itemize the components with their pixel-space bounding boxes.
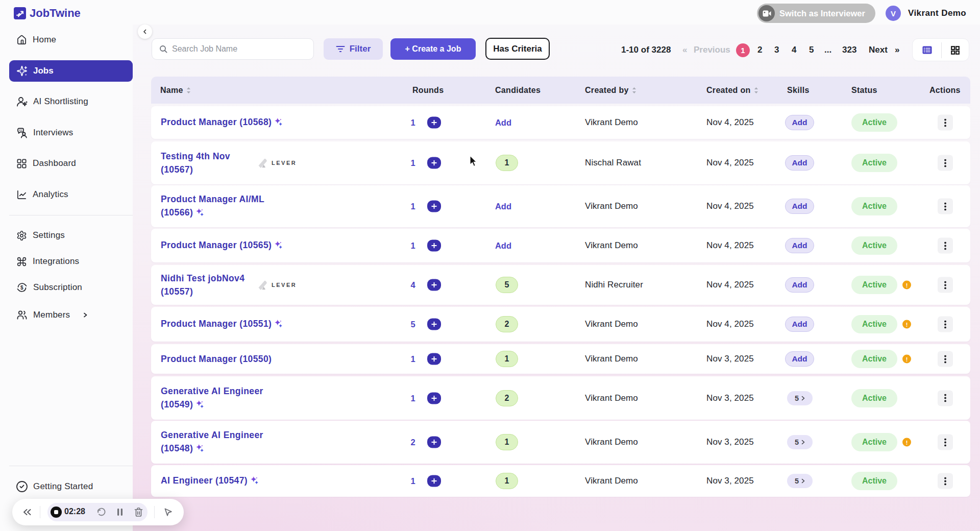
svg-text:$: $ (20, 285, 23, 291)
